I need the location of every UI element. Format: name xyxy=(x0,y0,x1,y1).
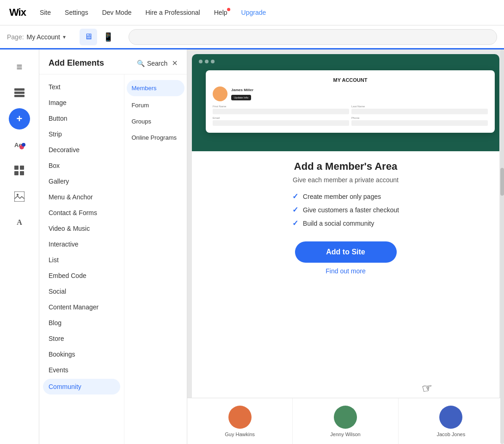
category-video-music[interactable]: Video & Music xyxy=(39,221,124,236)
avatar-preview-3: Jacob Jones xyxy=(399,398,504,444)
category-box[interactable]: Box xyxy=(39,158,124,173)
sidebar-item-media[interactable] xyxy=(9,186,30,207)
mock-field-phone: Phone xyxy=(351,117,488,126)
category-bookings[interactable]: Bookings xyxy=(39,346,124,362)
top-bar: Wix Site Settings Dev Mode Hire a Profes… xyxy=(0,0,504,25)
categories-list: Text Image Button Strip Decorative Box G… xyxy=(39,74,124,444)
category-image[interactable]: Image xyxy=(39,95,124,111)
check-item-2: ✓ Give customers a faster checkout xyxy=(292,205,399,214)
category-social[interactable]: Social xyxy=(39,284,124,299)
category-embed-code[interactable]: Embed Code xyxy=(39,268,124,284)
avatar-preview-1: Guy Hawkins xyxy=(187,398,293,444)
check-item-1: ✓ Create member only pages xyxy=(292,192,399,201)
dot-1 xyxy=(199,60,203,63)
mock-account-preview: MY ACCOUNT James Miller Update Info Firs… xyxy=(206,70,495,133)
category-contact-forms[interactable]: Contact & Forms xyxy=(39,205,124,221)
main-layout: ≡ + Aα A Add Elements 🔍 Search xyxy=(0,49,504,444)
view-icons: 🖥 📱 xyxy=(80,29,117,45)
sub-item-members[interactable]: Members xyxy=(127,80,184,96)
svg-rect-7 xyxy=(20,166,24,170)
mock-field-input-fn xyxy=(213,109,349,114)
panel-body: Text Image Button Strip Decorative Box G… xyxy=(39,74,187,444)
mock-user-name: James Miller xyxy=(231,88,253,92)
category-interactive[interactable]: Interactive xyxy=(39,236,124,252)
mock-user-info: James Miller Update Info xyxy=(231,88,253,100)
top-search-bar[interactable] xyxy=(129,29,497,45)
category-decorative[interactable]: Decorative xyxy=(39,142,124,158)
mock-field-label-ln: Last Name xyxy=(351,105,488,108)
nav-upgrade[interactable]: Upgrade xyxy=(241,9,266,16)
category-store[interactable]: Store xyxy=(39,331,124,346)
mock-field-label-ph: Phone xyxy=(351,117,488,119)
sidebar-item-pages[interactable]: ≡ xyxy=(9,56,30,78)
sub-item-online-programs[interactable]: Online Programs xyxy=(124,130,187,146)
nav-site[interactable]: Site xyxy=(40,9,51,16)
svg-rect-10 xyxy=(14,191,25,202)
category-gallery[interactable]: Gallery xyxy=(39,173,124,189)
avatar-2 xyxy=(334,406,357,429)
nav-help[interactable]: Help xyxy=(214,9,227,16)
sidebar-item-apps[interactable] xyxy=(9,160,30,181)
scrollbar-track[interactable] xyxy=(500,49,504,444)
page-bar: Page: My Account ▾ 🖥 📱 xyxy=(0,25,504,49)
close-panel-button[interactable]: × xyxy=(172,58,178,68)
page-name: My Account xyxy=(27,33,60,41)
category-menu-anchor[interactable]: Menu & Anchor xyxy=(39,189,124,205)
sub-item-groups[interactable]: Groups xyxy=(124,113,187,130)
scrollbar-thumb[interactable] xyxy=(500,168,504,196)
svg-point-5 xyxy=(22,143,25,147)
avatar-label-1: Guy Hawkins xyxy=(225,432,255,437)
mock-avatar xyxy=(213,86,227,101)
check-label-2: Give customers a faster checkout xyxy=(303,206,399,214)
svg-point-11 xyxy=(17,194,18,196)
check-icon-2: ✓ xyxy=(292,205,298,214)
category-blog[interactable]: Blog xyxy=(39,315,124,331)
add-elements-panel: Add Elements 🔍 Search × Text Image Butto… xyxy=(39,49,187,444)
nav-hire[interactable]: Hire a Professional xyxy=(145,9,200,16)
panel-search-button[interactable]: 🔍 Search xyxy=(137,60,167,67)
sub-menu: Members Forum Groups Online Programs xyxy=(124,74,187,444)
add-to-site-button[interactable]: Add to Site xyxy=(295,241,397,263)
content-area: MY ACCOUNT James Miller Update Info Firs… xyxy=(187,49,504,444)
check-item-3: ✓ Build a social community xyxy=(292,219,399,228)
category-list[interactable]: List xyxy=(39,252,124,268)
category-text[interactable]: Text xyxy=(39,79,124,95)
bottom-previews: Guy Hawkins Jenny Wilson Jacob Jones xyxy=(187,398,504,444)
page-selector[interactable]: Page: My Account ▾ xyxy=(7,33,66,41)
chevron-down-icon[interactable]: ▾ xyxy=(63,34,66,40)
mobile-view-button[interactable]: 📱 xyxy=(99,29,117,45)
dot-2 xyxy=(205,60,209,63)
sidebar-item-add[interactable]: + xyxy=(9,108,30,130)
category-content-manager[interactable]: Content Manager xyxy=(39,299,124,315)
category-strip[interactable]: Strip xyxy=(39,126,124,142)
check-icon-1: ✓ xyxy=(292,192,298,201)
svg-rect-8 xyxy=(14,171,18,175)
nav-devmode[interactable]: Dev Mode xyxy=(102,9,132,16)
feature-title: Add a Member's Area xyxy=(201,160,490,173)
sidebar-icons: ≡ + Aα A xyxy=(0,49,39,444)
mock-field-label-fn: First Name xyxy=(213,105,349,108)
category-community[interactable]: Community xyxy=(43,379,120,395)
category-button[interactable]: Button xyxy=(39,111,124,126)
avatar-label-3: Jacob Jones xyxy=(436,432,465,437)
find-out-more-link[interactable]: Find out more xyxy=(201,267,490,275)
nav-settings[interactable]: Settings xyxy=(65,9,88,16)
mock-field-input-ph xyxy=(351,120,488,126)
mock-account-title: MY ACCOUNT xyxy=(213,77,488,83)
dot-3 xyxy=(211,60,215,63)
desktop-view-button[interactable]: 🖥 xyxy=(80,29,97,45)
mock-field-input-ln xyxy=(351,109,488,114)
panel-header: Add Elements 🔍 Search × xyxy=(39,49,187,74)
sidebar-item-theme[interactable]: Aα xyxy=(9,134,30,155)
sidebar-item-font[interactable]: A xyxy=(9,212,30,233)
feature-card: MY ACCOUNT James Miller Update Info Firs… xyxy=(192,54,499,439)
page-label: Page: xyxy=(7,33,24,41)
category-events[interactable]: Events xyxy=(39,362,124,378)
mock-field-email: Email xyxy=(213,117,349,126)
sidebar-item-sections[interactable] xyxy=(9,82,30,104)
sub-item-forum[interactable]: Forum xyxy=(124,97,187,113)
mock-field-label-em: Email xyxy=(213,117,349,119)
feature-info: Add a Member's Area Give each member a p… xyxy=(192,151,499,439)
avatar-label-2: Jenny Wilson xyxy=(330,432,360,437)
svg-rect-1 xyxy=(14,92,25,94)
